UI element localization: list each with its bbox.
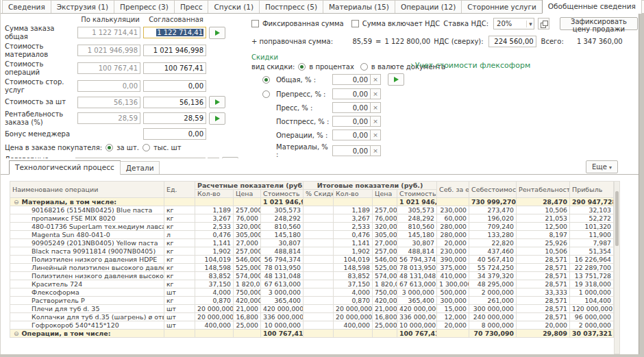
col-header-0[interactable]: Себ. за ед. — [437, 182, 469, 198]
table-row[interactable]: Линейный полиэтилен высокого давления LL… — [10, 264, 614, 272]
apply-button[interactable] — [209, 96, 225, 108]
open-vat-list-icon[interactable] — [538, 18, 549, 29]
table-row[interactable]: Полиэтилен низкого давления высокой плот… — [10, 272, 614, 280]
table-row[interactable]: Колпачки для туб d.35 (шагрень) ø отверс… — [10, 313, 614, 321]
top-tab-3[interactable]: Пресс — [174, 0, 209, 13]
table-row[interactable]: Плечи для туб d. 35шт20 000,00021,000420… — [10, 305, 614, 313]
calc-value-input[interactable]: 100 767,41 — [77, 62, 140, 74]
price-per-thousand-radio[interactable] — [143, 144, 150, 151]
clear-icon[interactable]: × — [371, 130, 381, 140]
group-row[interactable]: ⊖Операции, в том числе:100 767,411100 76… — [10, 330, 614, 338]
price-per-unit-radio[interactable] — [106, 144, 113, 151]
collapse-icon[interactable]: ⊖ — [14, 199, 19, 206]
apply-button[interactable] — [209, 27, 225, 39]
top-tab-4[interactable]: Спуски (1) — [208, 0, 260, 13]
calc-value-input[interactable]: 28,59 — [77, 112, 140, 124]
more-button[interactable]: Еще ▾ — [586, 160, 618, 173]
col-header-unit[interactable]: Ед. — [164, 182, 195, 198]
agreed-value-input[interactable]: 0,00 — [143, 80, 206, 92]
fix-price-button[interactable]: Зафиксировать цену продажи — [560, 17, 638, 30]
table-row[interactable]: 480-01736 SuperLam тех.медиум лавсан фле… — [10, 223, 614, 231]
vat-rate-select[interactable]: 20% ▾ — [493, 18, 534, 29]
table-row[interactable]: Растворитель Ркг0,870420,000365,4000,870… — [10, 297, 614, 305]
discount-input[interactable]: 0,00 — [332, 145, 371, 156]
discount-input[interactable]: 0,00 — [332, 116, 371, 127]
cell-value: 20,000 — [437, 239, 469, 247]
top-tab-1[interactable]: Экструзия (1) — [51, 0, 114, 13]
discount-input[interactable]: 0,00 — [332, 88, 371, 99]
top-tab-0[interactable]: Сведения — [2, 0, 51, 13]
calc-value-input[interactable]: 0,00 — [77, 80, 140, 92]
col-subheader-2[interactable]: Стоимость — [261, 190, 304, 198]
clear-icon[interactable]: × — [371, 116, 381, 127]
top-tab-7[interactable]: Операции (12) — [395, 0, 462, 13]
agreed-value-input[interactable]: 1 021 946,998 — [143, 45, 206, 56]
clear-icon[interactable]: × — [371, 145, 381, 156]
flexoform-link[interactable]: ›Учет стоимости флексоформ — [410, 60, 530, 70]
col-group-total[interactable]: Итоговые показатели (руб.) — [304, 182, 437, 190]
top-tab-2[interactable]: Препресс (3) — [114, 0, 175, 13]
agreed-value-input[interactable]: 0,00 — [143, 128, 206, 140]
vertical-scrollbar[interactable] — [614, 181, 620, 354]
col-subheader-5[interactable]: Цена — [373, 190, 397, 198]
table-row[interactable]: Полиэтилен низкого давления HDPEкг104,01… — [10, 256, 614, 264]
col-header-name[interactable]: Наименование операции — [10, 182, 164, 198]
fixed-sum-checkbox[interactable] — [251, 20, 259, 27]
col-subheader-1[interactable]: Цена — [234, 190, 261, 198]
apply-button[interactable] — [209, 112, 225, 125]
cell-value: 320,000 — [373, 223, 397, 231]
table-row[interactable]: 90905249 (2013NB0405) Yellow пастакг1,14… — [10, 239, 614, 247]
group-row[interactable]: ⊖Материалы, в том числе:1 021 946,9..1 0… — [10, 198, 614, 206]
table-row[interactable]: пропамикс FSE MIX 8020кг3,26776,000248,2… — [10, 214, 614, 223]
col-subheader-4[interactable]: Кол-во — [334, 190, 373, 198]
col-header-3[interactable]: Прибыль — [570, 182, 614, 198]
correction-value[interactable]: 85,59 — [336, 38, 372, 45]
col-subheader-6[interactable]: Стоимость — [397, 190, 437, 198]
col-subheader-3[interactable]: % Скидки — [304, 190, 334, 198]
scrollbar-thumb[interactable] — [615, 191, 619, 246]
vat-amount-input[interactable]: 224 560,00 — [488, 36, 536, 47]
discount-input[interactable]: 0,00 — [332, 102, 371, 113]
top-tab-10[interactable]: Дополнительно — [641, 0, 644, 13]
clear-icon[interactable]: × — [371, 102, 381, 113]
calc-value-input[interactable]: 56,136 — [77, 97, 140, 108]
cell-value — [304, 288, 334, 297]
agreed-value-input[interactable]: 100 767,41 — [143, 62, 206, 74]
discount-level-radio[interactable] — [262, 90, 270, 98]
cell-value: 28,470 — [517, 198, 570, 206]
sub-tab-0[interactable]: Технологический процесс — [9, 160, 121, 175]
discount-level-radio[interactable] — [262, 76, 270, 84]
agreed-value-input[interactable]: 28,59 — [143, 112, 206, 124]
apply-discount-button[interactable] — [388, 73, 404, 86]
table-row[interactable]: Black паста 90911814 (9007NB0405)кг1,902… — [10, 247, 614, 256]
cell-unit: кг — [164, 297, 195, 305]
top-tab-6[interactable]: Материалы (15) — [323, 0, 395, 13]
discount-currency-radio[interactable] — [360, 63, 368, 71]
table-row[interactable]: Гофрокороб 540*415*120шт400,00025,00010 … — [10, 321, 614, 330]
collapse-icon[interactable]: ⊖ — [14, 330, 19, 337]
discount-input[interactable]: 0,00 — [332, 130, 371, 140]
discount-percent-radio[interactable] — [298, 63, 306, 71]
table-row[interactable]: Краситель 724кг37,1501 820,0..67 613,000… — [10, 280, 614, 288]
agreed-value-input[interactable]: 1 122 714,41 — [143, 27, 206, 38]
cell-value — [304, 206, 334, 214]
top-tab-8[interactable]: Сторонние услуги — [461, 0, 543, 13]
discount-input[interactable]: 0,00 — [332, 74, 371, 85]
col-group-calc[interactable]: Расчетные показатели (руб.) — [195, 182, 304, 190]
table-row[interactable]: 90168216 (5154NB0425) Blue пастакг1,1892… — [10, 206, 614, 214]
top-tab-5[interactable]: Постпресс (5) — [259, 0, 323, 13]
calc-value-input[interactable]: 1 021 946,998 — [77, 45, 140, 56]
table-row[interactable]: Флексоформашт4,000750,0003 000,0004,0007… — [10, 288, 614, 297]
clear-icon[interactable]: × — [371, 88, 381, 99]
table-row[interactable]: Magenta Sun 480-041-0л0,476305,000145,18… — [10, 231, 614, 239]
col-subheader-0[interactable]: Кол-во — [195, 190, 234, 198]
clear-icon[interactable]: × — [371, 74, 381, 85]
agreed-value-input[interactable]: 56,136 — [143, 97, 206, 108]
sub-tab-1[interactable]: Детали — [120, 161, 160, 174]
col-header-2[interactable]: Рентабельность,% — [517, 182, 570, 198]
top-tab-9[interactable]: Обобщенные сведения — [542, 0, 642, 14]
chevron-down-icon[interactable]: ▾ — [526, 21, 532, 27]
calc-value-input[interactable]: 1 122 714,41 — [77, 27, 140, 38]
vat-included-checkbox[interactable] — [351, 20, 359, 27]
col-header-1[interactable]: Себестоимость — [469, 182, 517, 198]
